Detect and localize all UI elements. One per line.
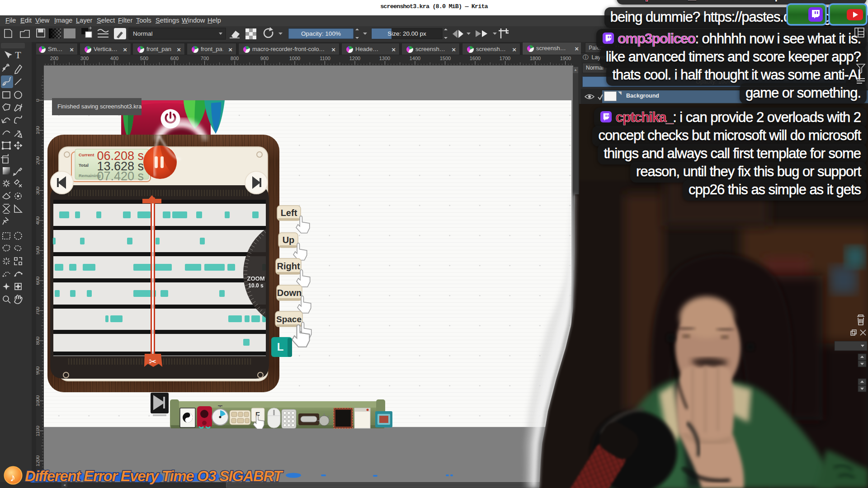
svg-text:1900: 1900: [560, 56, 571, 61]
svg-text:1100: 1100: [320, 56, 330, 61]
svg-text:200: 200: [50, 56, 58, 61]
svg-text:1300: 1300: [379, 56, 390, 61]
svg-text:700: 700: [36, 307, 40, 315]
svg-text:500: 500: [140, 56, 148, 61]
svg-text:800: 800: [231, 56, 239, 61]
svg-text:900: 900: [36, 366, 40, 375]
svg-text:Size: 20.00 px: Size: 20.00 px: [387, 30, 426, 37]
svg-text:1800: 1800: [530, 56, 541, 61]
svg-text:700: 700: [201, 56, 209, 61]
svg-text:Different Error Every Time O3: Different Error Every Time O3 SIGABRT: [25, 468, 283, 484]
svg-text:800: 800: [36, 337, 40, 345]
svg-text:07.420 s: 07.420 s: [97, 169, 144, 183]
svg-text:400: 400: [110, 56, 118, 61]
svg-text:T: T: [15, 49, 21, 61]
svg-text:1000: 1000: [289, 56, 300, 61]
svg-text:300: 300: [36, 187, 40, 195]
svg-text:1500: 1500: [440, 56, 451, 61]
svg-text:1600: 1600: [470, 56, 481, 61]
svg-text:600: 600: [170, 56, 179, 61]
svg-text:♪: ♪: [10, 471, 15, 483]
svg-text:L: L: [277, 341, 284, 353]
svg-text:1200: 1200: [349, 56, 360, 61]
svg-text:Total: Total: [79, 163, 89, 168]
svg-text:Opacity: 100%: Opacity: 100%: [301, 30, 341, 37]
svg-text:Current: Current: [79, 152, 94, 157]
svg-text:300: 300: [80, 56, 89, 61]
svg-text:600: 600: [36, 277, 40, 285]
svg-text:0: 0: [36, 99, 40, 102]
svg-text:Up: Up: [283, 235, 295, 245]
svg-text:ZOOM: ZOOM: [247, 275, 265, 282]
svg-text:Space: Space: [276, 314, 302, 324]
svg-text:Left: Left: [281, 208, 297, 218]
svg-text:10.0 s: 10.0 s: [248, 282, 264, 289]
svg-text:100: 100: [36, 126, 40, 134]
svg-text:1000: 1000: [36, 395, 40, 406]
svg-text:Normal: Normal: [133, 30, 153, 37]
svg-text:1700: 1700: [500, 56, 510, 61]
svg-text:900: 900: [260, 56, 269, 61]
svg-text:✂: ✂: [149, 357, 157, 366]
svg-text:1100: 1100: [36, 426, 40, 436]
svg-text:400: 400: [36, 216, 40, 225]
svg-text:1400: 1400: [410, 56, 420, 61]
svg-text:500: 500: [36, 246, 40, 254]
svg-text:Right: Right: [277, 261, 300, 271]
svg-text:Down: Down: [277, 288, 302, 298]
svg-text:200: 200: [36, 156, 40, 164]
